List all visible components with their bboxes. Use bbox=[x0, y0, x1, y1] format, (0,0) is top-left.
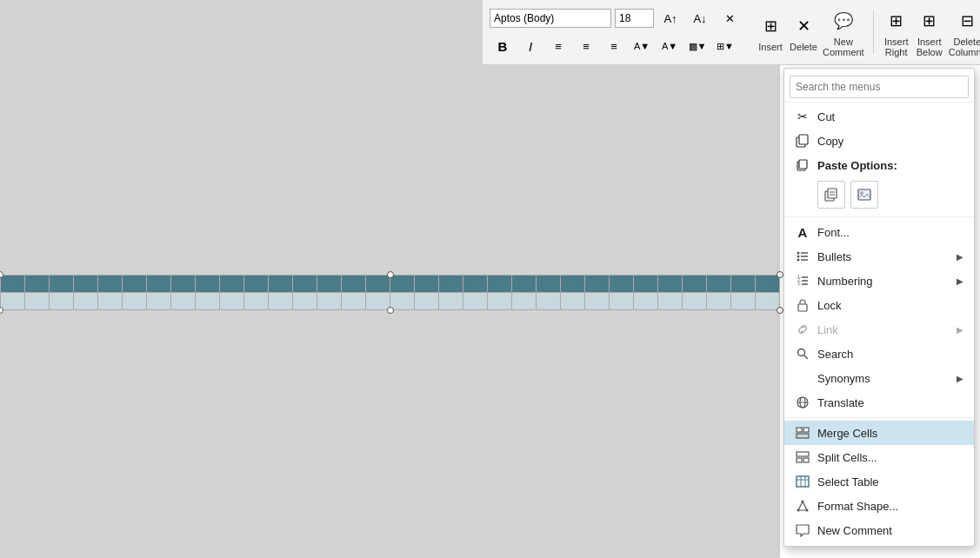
numbering-arrow: ▶ bbox=[957, 276, 963, 286]
split-cells-label: Split Cells... bbox=[817, 451, 963, 464]
svg-rect-29 bbox=[803, 428, 809, 432]
search-menus-input[interactable] bbox=[790, 76, 969, 98]
svg-rect-28 bbox=[797, 428, 802, 432]
insert-below-icon: ⊞ bbox=[916, 7, 943, 35]
menu-item-merge-cells[interactable]: Merge Cells bbox=[784, 421, 974, 445]
shading-button[interactable]: ▩▼ bbox=[684, 33, 710, 59]
merge-cells-icon bbox=[795, 425, 810, 441]
translate-icon bbox=[795, 395, 810, 410]
menu-item-numbering[interactable]: 1. 2. 3. Numbering ▶ bbox=[784, 269, 974, 293]
paste-keep-source-button[interactable] bbox=[817, 181, 845, 209]
paste-picture-button[interactable] bbox=[850, 181, 878, 209]
cut-icon: ✂ bbox=[795, 109, 810, 124]
italic-button[interactable]: I bbox=[517, 33, 543, 59]
format-shape-icon bbox=[795, 498, 810, 514]
table-container bbox=[0, 275, 780, 310]
paste-options-label: Paste Options: bbox=[817, 159, 963, 172]
synonyms-arrow: ▶ bbox=[957, 374, 963, 383]
new-comment-menu-label: New Comment bbox=[817, 524, 963, 537]
menu-item-font[interactable]: A Font... bbox=[784, 220, 974, 244]
align-right-button[interactable]: ≡ bbox=[601, 33, 627, 59]
insert-button[interactable]: ⊞ Insert bbox=[757, 12, 784, 52]
font-color-button[interactable]: A▼ bbox=[657, 33, 683, 59]
delete-columns-icon: ⊟ bbox=[953, 7, 980, 35]
svg-line-24 bbox=[804, 355, 809, 360]
font-size-input[interactable] bbox=[615, 9, 654, 28]
selection-handle-br[interactable] bbox=[777, 307, 783, 314]
delete-columns-button[interactable]: ⊟ DeleteColumns bbox=[949, 7, 980, 57]
menu-item-link[interactable]: Link ▶ bbox=[784, 317, 974, 342]
insert-right-icon: ⊞ bbox=[883, 7, 910, 35]
insert-label: Insert bbox=[758, 42, 783, 52]
align-center-button[interactable]: ≡ bbox=[573, 33, 599, 59]
menu-item-bullets[interactable]: Bullets ▶ bbox=[784, 244, 974, 269]
delete-icon: ✕ bbox=[790, 12, 817, 40]
shrink-font-button[interactable]: A↓ bbox=[687, 5, 713, 31]
lock-icon bbox=[795, 297, 810, 313]
selection-handle-tr[interactable] bbox=[777, 271, 783, 278]
merge-cells-label: Merge Cells bbox=[817, 427, 963, 440]
numbering-label: Numbering bbox=[817, 275, 950, 288]
delete-button[interactable]: ✕ Delete bbox=[790, 12, 817, 52]
selection-handle-bm[interactable] bbox=[387, 307, 394, 314]
font-label: Font... bbox=[817, 226, 963, 239]
borders-button[interactable]: ⊞▼ bbox=[712, 33, 738, 59]
synonyms-icon bbox=[795, 370, 810, 386]
insert-right-button[interactable]: ⊞ InsertRight bbox=[883, 7, 910, 57]
svg-rect-8 bbox=[858, 189, 870, 200]
document-canvas bbox=[0, 0, 780, 558]
insert-below-button[interactable]: ⊞ InsertBelow bbox=[916, 7, 943, 57]
delete-columns-label: DeleteColumns bbox=[949, 37, 980, 57]
link-arrow: ▶ bbox=[957, 325, 963, 335]
font-icon: A bbox=[795, 224, 810, 240]
format-shape-label: Format Shape... bbox=[817, 500, 963, 513]
link-icon bbox=[795, 322, 810, 337]
menu-item-split-cells[interactable]: Split Cells... bbox=[784, 445, 974, 469]
new-comment-toolbar-button[interactable]: 💬 NewComment bbox=[823, 7, 864, 57]
separator-2 bbox=[784, 417, 974, 418]
menu-item-copy[interactable]: Copy bbox=[784, 129, 974, 153]
menu-item-search[interactable]: Search bbox=[784, 342, 974, 366]
select-table-label: Select Table bbox=[817, 475, 963, 488]
highlight-button[interactable]: A▼ bbox=[629, 33, 655, 59]
svg-rect-3 bbox=[799, 160, 807, 169]
svg-rect-31 bbox=[797, 452, 809, 456]
selection-handle-tm[interactable] bbox=[387, 271, 394, 278]
toolbar-divider-2 bbox=[873, 10, 874, 54]
menu-item-lock[interactable]: Lock bbox=[784, 293, 974, 317]
copy-label: Copy bbox=[817, 135, 963, 148]
svg-text:3.: 3. bbox=[797, 281, 801, 286]
menu-item-format-shape[interactable]: Format Shape... bbox=[784, 494, 974, 518]
align-left-button[interactable]: ≡ bbox=[545, 33, 571, 59]
menu-item-translate[interactable]: Translate bbox=[784, 390, 974, 415]
lock-label: Lock bbox=[817, 299, 963, 312]
svg-point-14 bbox=[797, 259, 800, 262]
insert-icon: ⊞ bbox=[757, 12, 784, 40]
svg-point-38 bbox=[797, 509, 800, 512]
svg-rect-22 bbox=[798, 304, 807, 311]
delete-label: Delete bbox=[790, 42, 817, 52]
menu-item-select-table[interactable]: Select Table bbox=[784, 469, 974, 494]
search-box-container bbox=[784, 72, 974, 103]
clear-format-button[interactable]: ✕ bbox=[717, 5, 743, 31]
synonyms-label: Synonyms bbox=[817, 372, 950, 385]
paste-options-row bbox=[784, 177, 974, 214]
bullets-arrow: ▶ bbox=[957, 252, 963, 262]
bold-button[interactable]: B bbox=[490, 33, 516, 59]
menu-item-synonyms[interactable]: Synonyms ▶ bbox=[784, 366, 974, 390]
svg-rect-5 bbox=[828, 189, 837, 198]
svg-rect-1 bbox=[799, 135, 808, 144]
numbering-icon: 1. 2. 3. bbox=[795, 273, 810, 289]
grow-font-button[interactable]: A↑ bbox=[657, 5, 683, 31]
context-menu: ✂ Cut Copy Paste Options: bbox=[783, 68, 975, 547]
svg-rect-34 bbox=[797, 476, 809, 487]
document-table[interactable] bbox=[0, 275, 780, 310]
svg-rect-30 bbox=[797, 434, 809, 438]
menu-item-new-comment[interactable]: New Comment bbox=[784, 518, 974, 542]
insert-below-label: InsertBelow bbox=[917, 37, 943, 57]
font-name-input[interactable] bbox=[490, 9, 611, 28]
paste-options-icon bbox=[795, 157, 810, 173]
svg-point-40 bbox=[802, 501, 804, 503]
menu-item-cut[interactable]: ✂ Cut bbox=[784, 104, 974, 129]
new-comment-menu-icon bbox=[795, 522, 810, 538]
